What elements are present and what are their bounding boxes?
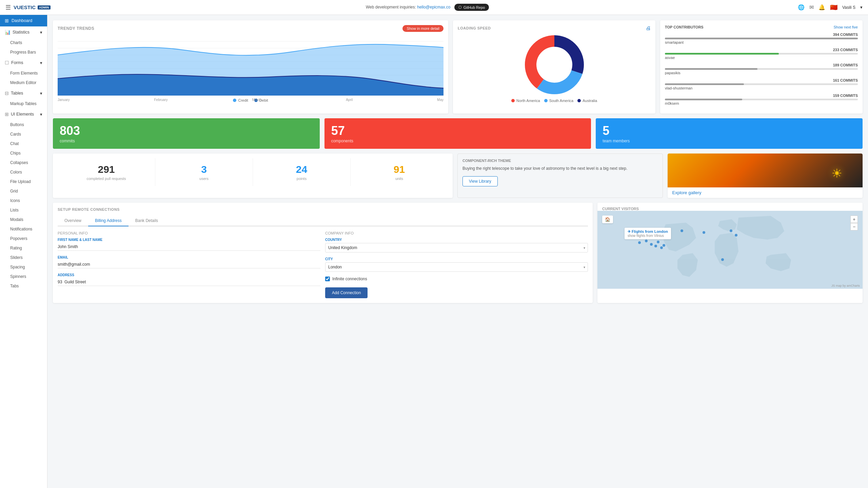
setup-remote-title: SETUP REMOTE CONNECTIONS <box>58 207 588 211</box>
sidebar-item-cards[interactable]: Cards <box>0 129 47 139</box>
sidebar-item-file-upload[interactable]: File Upload <box>0 177 47 186</box>
infinite-connections-checkbox[interactable] <box>325 277 330 281</box>
sidebar-item-modals[interactable]: Modals <box>0 215 47 224</box>
points-label: points <box>258 177 345 181</box>
first-name-label: FIRST NAME & LAST NAME <box>58 238 320 242</box>
gallery-card: Explore gallery <box>668 154 863 198</box>
stat-team-members: 5 team members <box>596 118 863 149</box>
contributor-2-bar-bg <box>665 68 858 70</box>
sidebar-item-chat[interactable]: Chat <box>0 139 47 148</box>
sidebar-section-statistics[interactable]: 📊 Statistics ▾ <box>0 26 47 38</box>
sidebar-item-popovers[interactable]: Popovers <box>0 234 47 243</box>
units-value: 91 <box>356 164 442 175</box>
sidebar-item-icons[interactable]: Icons <box>0 196 47 205</box>
map-dot-3 <box>650 243 653 246</box>
sidebar-item-charts[interactable]: Charts <box>0 38 47 47</box>
tab-bank-details[interactable]: Bank Details <box>129 216 165 226</box>
map-dot-asia2 <box>730 229 732 232</box>
user-name[interactable]: Vasili S <box>842 5 855 10</box>
tab-overview[interactable]: Overview <box>58 216 88 226</box>
bell-icon[interactable]: 🔔 <box>818 4 825 11</box>
units-label: units <box>356 177 442 181</box>
user-chevron[interactable]: ▾ <box>860 5 863 10</box>
sidebar-section-tables[interactable]: ⊟ Tables ▾ <box>0 87 47 99</box>
hamburger-icon[interactable]: ☰ <box>5 4 11 11</box>
sidebar-item-rating[interactable]: Rating <box>0 243 47 253</box>
map-dot-6 <box>660 246 663 249</box>
sidebar-item-buttons[interactable]: Buttons <box>0 120 47 129</box>
contributor-0-commits: 394 COMMITS <box>665 33 858 37</box>
sidebar-section-ui-elements[interactable]: ⊞ UI Elements ▾ <box>0 108 47 120</box>
first-name-input[interactable] <box>58 243 320 251</box>
donut-wrap <box>458 34 651 95</box>
github-button[interactable]: ⬡ GitHub Repo <box>454 4 489 11</box>
components-label: components <box>331 139 585 143</box>
flag-icon[interactable]: 🇨🇳 <box>830 4 837 11</box>
sidebar-section-forms[interactable]: ☐ Forms ▾ <box>0 57 47 68</box>
print-icon[interactable]: 🖨 <box>646 25 651 31</box>
trendy-header: TRENDY TRENDS Show in more detail <box>58 25 443 32</box>
address-field-wrap: ADDRESS <box>58 273 320 286</box>
logo-text: VUESTIC <box>14 4 36 10</box>
contributor-2: 189 COMMITS papasikis <box>665 63 858 75</box>
sidebar-item-lists[interactable]: Lists <box>0 205 47 215</box>
loading-speed-title: LOADING SPEED <box>458 26 491 30</box>
infinite-connections-label: Infinite connections <box>332 277 367 281</box>
world-map-svg <box>597 211 863 289</box>
sidebar-item-tabs[interactable]: Tabs <box>0 281 47 291</box>
x-label-feb: February <box>154 98 168 102</box>
x-label-apr: April <box>346 98 353 102</box>
inquiry-email[interactable]: hello@epicmax.co <box>417 5 450 9</box>
github-label: GitHub Repo <box>463 5 485 9</box>
sidebar-dashboard-label: Dashboard <box>12 18 32 23</box>
forms-label: Forms <box>11 60 23 65</box>
view-library-button[interactable]: View Library <box>462 176 498 186</box>
email-input[interactable] <box>58 261 320 268</box>
users-value: 3 <box>161 164 247 175</box>
contributor-4-bar-bg <box>665 99 858 100</box>
sidebar-item-sliders[interactable]: Sliders <box>0 253 47 262</box>
users-label: users <box>161 177 247 181</box>
map-zoom-in[interactable]: + <box>850 216 858 223</box>
tab-billing-address[interactable]: Billing Address <box>88 216 129 226</box>
x-labels: January February March April May <box>58 98 443 102</box>
map-zoom-out[interactable]: − <box>850 223 858 230</box>
sidebar-item-colors[interactable]: Colors <box>0 167 47 177</box>
map-home-button[interactable]: 🏠 <box>602 216 613 223</box>
sidebar-item-medium-editor[interactable]: Medium Editor <box>0 78 47 87</box>
show-next-button[interactable]: Show next five <box>833 25 858 29</box>
sidebar-item-markup-tables[interactable]: Markup Tables <box>0 99 47 108</box>
map-zoom-controls: + − <box>850 216 858 230</box>
show-detail-button[interactable]: Show in more detail <box>402 25 443 32</box>
top-contributors-card: TOP CONTRIBUTORS Show next five 394 COMM… <box>660 20 863 114</box>
sidebar-item-notifications[interactable]: Notifications <box>0 224 47 234</box>
sidebar-item-spinners[interactable]: Spinners <box>0 272 47 281</box>
map-dot-au <box>721 258 724 261</box>
city-select[interactable]: London Manchester <box>325 262 588 272</box>
address-input[interactable] <box>58 278 320 286</box>
forms-icon: ☐ <box>5 60 9 65</box>
contributor-3-commits: 161 COMMITS <box>665 78 858 82</box>
map-dot-2 <box>645 240 648 242</box>
sidebar-item-form-elements[interactable]: Form Elements <box>0 68 47 78</box>
points-value: 24 <box>258 164 345 175</box>
mail-icon[interactable]: ✉ <box>809 4 814 11</box>
add-connection-button[interactable]: Add Connection <box>325 287 368 298</box>
loading-speed-card: LOADING SPEED 🖨 <box>453 20 655 114</box>
row-4: SETUP REMOTE CONNECTIONS Overview Billin… <box>53 203 863 303</box>
sidebar-item-chips[interactable]: Chips <box>0 148 47 158</box>
contributor-2-name: papasikis <box>665 71 858 75</box>
sidebar-item-dashboard[interactable]: ⊞ Dashboard <box>0 15 47 26</box>
dashboard-icon: ⊞ <box>5 18 9 23</box>
globe-icon[interactable]: 🌐 <box>798 4 805 11</box>
trendy-title: TRENDY TRENDS <box>58 26 94 31</box>
sidebar-item-progress-bars[interactable]: Progress Bars <box>0 47 47 57</box>
explore-gallery-link[interactable]: Explore gallery <box>668 187 863 198</box>
sidebar-item-spacing[interactable]: Spacing <box>0 262 47 272</box>
sidebar-item-grid[interactable]: Grid <box>0 186 47 196</box>
sidebar-item-collapses[interactable]: Collapses <box>0 158 47 167</box>
chart-area: January February March April May <box>58 35 443 96</box>
country-select[interactable]: United Kingdom United States Germany <box>325 243 588 252</box>
team-members-label: team members <box>603 139 856 143</box>
email-field-wrap: EMAIL <box>58 256 320 268</box>
